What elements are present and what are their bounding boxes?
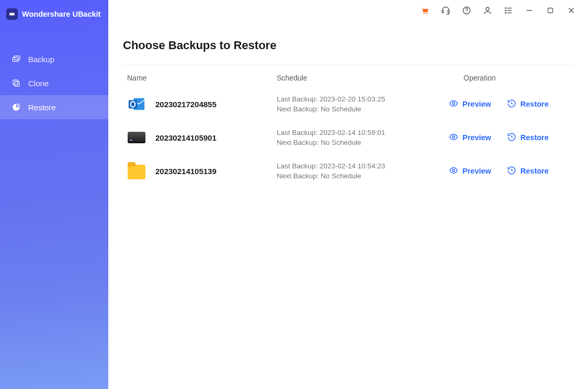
sidebar-item-backup[interactable]: Backup bbox=[0, 47, 108, 71]
backup-name: 20230217204855 bbox=[155, 100, 217, 109]
svg-rect-2 bbox=[13, 80, 18, 85]
main-area: Choose Backups to Restore Name Schedule … bbox=[108, 0, 588, 389]
restore-label: Restore bbox=[521, 167, 549, 175]
folder-icon bbox=[127, 162, 146, 180]
preview-label: Preview bbox=[462, 100, 491, 108]
preview-label: Preview bbox=[462, 167, 491, 175]
svg-point-10 bbox=[486, 7, 489, 10]
svg-point-25 bbox=[453, 135, 455, 138]
svg-rect-7 bbox=[448, 10, 449, 13]
restore-button[interactable]: Restore bbox=[507, 99, 549, 110]
history-icon bbox=[507, 99, 516, 110]
history-icon bbox=[507, 132, 516, 143]
page-title: Choose Backups to Restore bbox=[123, 39, 573, 52]
eye-icon bbox=[449, 132, 458, 143]
svg-rect-3 bbox=[15, 82, 19, 86]
svg-rect-1 bbox=[14, 56, 20, 60]
pie-icon bbox=[12, 102, 21, 112]
svg-point-13 bbox=[505, 10, 506, 11]
column-header-operation: Operation bbox=[449, 74, 569, 82]
next-backup-text: Next Backup: No Schedule bbox=[277, 105, 449, 113]
restore-label: Restore bbox=[521, 133, 549, 142]
sidebar-item-clone[interactable]: Clone bbox=[0, 71, 108, 95]
sidebar-item-restore[interactable]: Restore bbox=[0, 95, 108, 119]
restore-button[interactable]: Restore bbox=[507, 166, 549, 177]
svg-point-24 bbox=[453, 102, 455, 105]
svg-rect-18 bbox=[548, 8, 553, 13]
menu-icon[interactable] bbox=[498, 0, 519, 21]
preview-label: Preview bbox=[462, 133, 491, 142]
sidebar-item-label: Backup bbox=[28, 55, 54, 64]
svg-point-4 bbox=[423, 13, 424, 14]
restore-button[interactable]: Restore bbox=[507, 132, 549, 143]
outlook-icon bbox=[127, 95, 146, 113]
app-logo-icon bbox=[6, 8, 18, 20]
drive-icon bbox=[127, 128, 146, 147]
svg-rect-0 bbox=[13, 58, 18, 62]
app-title: Wondershare UBackit bbox=[22, 10, 100, 18]
brand: Wondershare UBackit bbox=[0, 3, 108, 31]
backup-name: 20230214105139 bbox=[155, 167, 217, 176]
preview-button[interactable]: Preview bbox=[449, 132, 491, 143]
help-icon[interactable] bbox=[456, 0, 477, 21]
folders-icon bbox=[12, 54, 21, 64]
preview-button[interactable]: Preview bbox=[449, 99, 491, 110]
maximize-button[interactable] bbox=[540, 0, 561, 21]
svg-point-11 bbox=[505, 8, 506, 9]
svg-point-9 bbox=[466, 12, 467, 13]
sidebar-item-label: Restore bbox=[28, 103, 56, 112]
user-icon[interactable] bbox=[477, 0, 498, 21]
table-row: 20230214105139Last Backup: 2023-02-14 10… bbox=[123, 154, 573, 188]
last-backup-text: Last Backup: 2023-02-14 10:59:01 bbox=[277, 129, 449, 136]
last-backup-text: Last Backup: 2023-02-14 10:54:23 bbox=[277, 162, 449, 170]
svg-point-5 bbox=[426, 13, 427, 14]
last-backup-text: Last Backup: 2023-02-20 15:03:25 bbox=[277, 95, 449, 103]
column-header-name: Name bbox=[127, 74, 277, 82]
history-icon bbox=[507, 166, 516, 177]
eye-icon bbox=[449, 99, 458, 110]
support-icon[interactable] bbox=[435, 0, 456, 21]
copy-icon bbox=[12, 78, 21, 88]
next-backup-text: Next Backup: No Schedule bbox=[277, 139, 449, 146]
backup-name: 20230214105901 bbox=[155, 133, 217, 142]
eye-icon bbox=[449, 166, 458, 177]
svg-rect-6 bbox=[442, 10, 444, 13]
sidebar-nav: Backup Clone Restore bbox=[0, 47, 108, 119]
column-header-schedule: Schedule bbox=[277, 74, 449, 82]
minimize-button[interactable] bbox=[519, 0, 540, 21]
table-row: 20230217204855Last Backup: 2023-02-20 15… bbox=[123, 87, 573, 121]
sidebar-item-label: Clone bbox=[28, 79, 49, 88]
cart-icon[interactable] bbox=[414, 0, 435, 21]
table-row: 20230214105901Last Backup: 2023-02-14 10… bbox=[123, 121, 573, 154]
table-header: Name Schedule Operation bbox=[123, 65, 573, 87]
sidebar: Wondershare UBackit Backup Clone bbox=[0, 0, 108, 389]
preview-button[interactable]: Preview bbox=[449, 166, 491, 177]
titlebar bbox=[108, 0, 588, 21]
backup-list: 20230217204855Last Backup: 2023-02-20 15… bbox=[123, 87, 573, 188]
svg-point-15 bbox=[505, 13, 506, 14]
svg-point-26 bbox=[453, 169, 455, 171]
close-button[interactable] bbox=[561, 0, 582, 21]
next-backup-text: Next Backup: No Schedule bbox=[277, 172, 449, 180]
restore-label: Restore bbox=[521, 100, 549, 108]
